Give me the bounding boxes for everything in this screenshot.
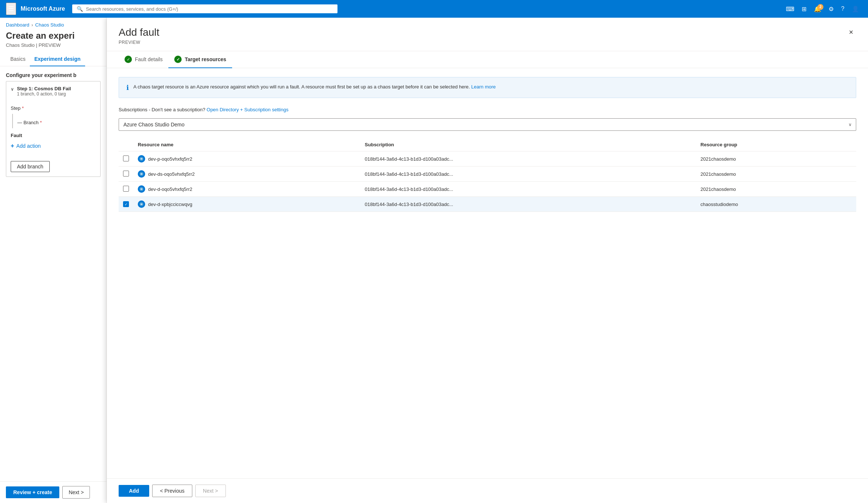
resource-name: dev-d-oqo5vhxfq5rr2 bbox=[148, 186, 192, 192]
tab-target-resources[interactable]: ✓ Target resources bbox=[168, 51, 232, 68]
configure-label: Configure your experiment b bbox=[0, 66, 106, 81]
drawer-header: Add fault PREVIEW × bbox=[107, 18, 868, 51]
tab-experiment-design[interactable]: Experiment design bbox=[30, 52, 85, 66]
resource-icon bbox=[138, 170, 145, 178]
resource-icon bbox=[138, 200, 145, 208]
subscription-select-wrapper: Azure Chaos Studio Demo ∨ bbox=[119, 118, 856, 131]
add-action-button[interactable]: + Add action bbox=[11, 141, 41, 151]
row-checkbox[interactable]: ✓ bbox=[123, 201, 129, 207]
side-drawer: Add fault PREVIEW × ✓ Fault details ✓ Ta… bbox=[107, 18, 868, 503]
resource-group: 2021chaosdemo bbox=[696, 167, 856, 182]
subscription-row: Subscriptions - Don't see a subscription… bbox=[119, 107, 856, 112]
resources-table: Resource name Subscription Resource grou… bbox=[119, 138, 856, 212]
left-panel: Dashboard › Chaos Studio Create an exper… bbox=[0, 18, 107, 503]
table-header-row: Resource name Subscription Resource grou… bbox=[119, 138, 856, 151]
drawer-tabs: ✓ Fault details ✓ Target resources bbox=[107, 51, 868, 68]
page-title: Create an experi bbox=[0, 29, 106, 42]
step-field-label: Step * bbox=[11, 105, 96, 111]
page-subtitle: Chaos Studio | PREVIEW bbox=[0, 42, 106, 52]
resource-name-cell: dev-p-oqo5vhxfq5rr2 bbox=[133, 151, 360, 167]
step-meta: 1 branch, 0 action, 0 targ bbox=[17, 91, 96, 97]
row-checkbox[interactable] bbox=[123, 156, 129, 161]
step-info: Step 1: Cosmos DB Fail 1 branch, 0 actio… bbox=[17, 86, 96, 97]
next-button-disabled: Next > bbox=[195, 485, 226, 497]
resource-group: 2021chaosdemo bbox=[696, 151, 856, 167]
brand-name: Microsoft Azure bbox=[21, 6, 65, 12]
table-row: ✓ dev-d-xpbjcciccwqvg 018bf144-3a6d-4c13… bbox=[119, 197, 856, 212]
step-name: Step 1: Cosmos DB Fail bbox=[17, 86, 96, 91]
drawer-title: Add fault bbox=[119, 27, 160, 38]
fault-label: Fault bbox=[11, 133, 96, 138]
fault-details-check-icon: ✓ bbox=[125, 56, 132, 63]
previous-button[interactable]: < Previous bbox=[152, 485, 192, 497]
settings-button[interactable]: ⚙ bbox=[826, 3, 837, 15]
search-icon: 🔍 bbox=[77, 6, 83, 12]
resource-subscription: 018bf144-3a6d-4c13-b1d3-d100a03adc... bbox=[360, 151, 696, 167]
review-create-button[interactable]: Review + create bbox=[6, 486, 59, 498]
resource-group: 2021chaosdemo bbox=[696, 182, 856, 197]
step-required: * bbox=[22, 105, 24, 111]
add-button[interactable]: Add bbox=[119, 485, 149, 497]
resource-name-cell: dev-ds-oqo5vhxfq5rr2 bbox=[133, 167, 360, 182]
resource-name: dev-ds-oqo5vhxfq5rr2 bbox=[148, 171, 195, 177]
row-checkbox[interactable] bbox=[123, 171, 129, 177]
close-button[interactable]: × bbox=[846, 27, 856, 38]
tab-basics[interactable]: Basics bbox=[6, 52, 30, 66]
bottom-actions: Review + create Next > bbox=[0, 481, 106, 503]
col-checkbox bbox=[119, 138, 133, 151]
hamburger-menu[interactable]: ☰ bbox=[6, 3, 16, 15]
step-body: Step * — Branch * Fault + Add action Add… bbox=[6, 105, 100, 177]
portal-menu-button[interactable]: ⊞ bbox=[799, 3, 809, 15]
step-card: ∨ Step 1: Cosmos DB Fail 1 branch, 0 act… bbox=[6, 81, 101, 177]
col-resource-group: Resource group bbox=[696, 138, 856, 151]
tab-fault-details[interactable]: ✓ Fault details bbox=[119, 51, 168, 68]
breadcrumb-separator: › bbox=[32, 22, 33, 28]
info-box: ℹ A chaos target resource is an Azure re… bbox=[119, 77, 856, 98]
notification-badge: 2 bbox=[818, 4, 823, 10]
resource-subscription: 018bf144-3a6d-4c13-b1d3-d100a03adc... bbox=[360, 167, 696, 182]
branch-required: * bbox=[40, 120, 42, 125]
step-chevron-icon: ∨ bbox=[11, 87, 14, 92]
open-directory-link[interactable]: Open Directory + Subscription settings bbox=[207, 107, 288, 112]
help-button[interactable]: ? bbox=[838, 3, 847, 14]
breadcrumb: Dashboard › Chaos Studio bbox=[0, 18, 106, 29]
page-tabs: Basics Experiment design bbox=[0, 52, 106, 66]
resource-name-cell: dev-d-xpbjcciccwqvg bbox=[133, 197, 360, 212]
next-button[interactable]: Next > bbox=[62, 486, 90, 499]
resource-icon bbox=[138, 155, 145, 163]
resource-name: dev-p-oqo5vhxfq5rr2 bbox=[148, 156, 192, 162]
plus-icon: + bbox=[11, 143, 14, 149]
topbar: ☰ Microsoft Azure 🔍 ⌨ ⊞ 🔔 2 ⚙ ? 👤 bbox=[0, 0, 868, 18]
drawer-footer: Add < Previous Next > bbox=[107, 478, 868, 503]
branch-field-label: — Branch * bbox=[17, 120, 96, 125]
table-row: dev-p-oqo5vhxfq5rr2 018bf144-3a6d-4c13-b… bbox=[119, 151, 856, 167]
search-input[interactable] bbox=[86, 6, 333, 12]
notifications-button[interactable]: 🔔 2 bbox=[811, 3, 824, 15]
target-resources-check-icon: ✓ bbox=[174, 56, 182, 63]
drawer-subtitle: PREVIEW bbox=[119, 40, 160, 45]
info-icon: ℹ bbox=[126, 84, 129, 92]
add-branch-button[interactable]: Add branch bbox=[11, 161, 50, 172]
table-row: dev-ds-oqo5vhxfq5rr2 018bf144-3a6d-4c13-… bbox=[119, 167, 856, 182]
step-header[interactable]: ∨ Step 1: Cosmos DB Fail 1 branch, 0 act… bbox=[6, 81, 100, 101]
drawer-title-group: Add fault PREVIEW bbox=[119, 27, 160, 45]
learn-more-link[interactable]: Learn more bbox=[471, 84, 496, 90]
resource-subscription: 018bf144-3a6d-4c13-b1d3-d100a03adc... bbox=[360, 182, 696, 197]
breadcrumb-chaos-studio[interactable]: Chaos Studio bbox=[35, 22, 64, 28]
resource-subscription: 018bf144-3a6d-4c13-b1d3-d100a03adc... bbox=[360, 197, 696, 212]
cloud-shell-button[interactable]: ⌨ bbox=[783, 3, 797, 15]
table-row: dev-d-oqo5vhxfq5rr2 018bf144-3a6d-4c13-b… bbox=[119, 182, 856, 197]
drawer-content: ℹ A chaos target resource is an Azure re… bbox=[107, 68, 868, 478]
resource-name: dev-d-xpbjcciccwqvg bbox=[148, 202, 192, 207]
resource-icon bbox=[138, 185, 145, 193]
resource-group: chaosstudiodemo bbox=[696, 197, 856, 212]
breadcrumb-dashboard[interactable]: Dashboard bbox=[6, 22, 29, 28]
subscription-select[interactable]: Azure Chaos Studio Demo bbox=[119, 118, 856, 131]
col-resource-name: Resource name bbox=[133, 138, 360, 151]
page-wrapper: Dashboard › Chaos Studio Create an exper… bbox=[0, 18, 868, 503]
info-text: A chaos target resource is an Azure reso… bbox=[133, 83, 496, 92]
search-box[interactable]: 🔍 bbox=[72, 4, 337, 13]
resource-name-cell: dev-d-oqo5vhxfq5rr2 bbox=[133, 182, 360, 197]
row-checkbox[interactable] bbox=[123, 186, 129, 192]
account-button[interactable]: 👤 bbox=[849, 3, 862, 15]
